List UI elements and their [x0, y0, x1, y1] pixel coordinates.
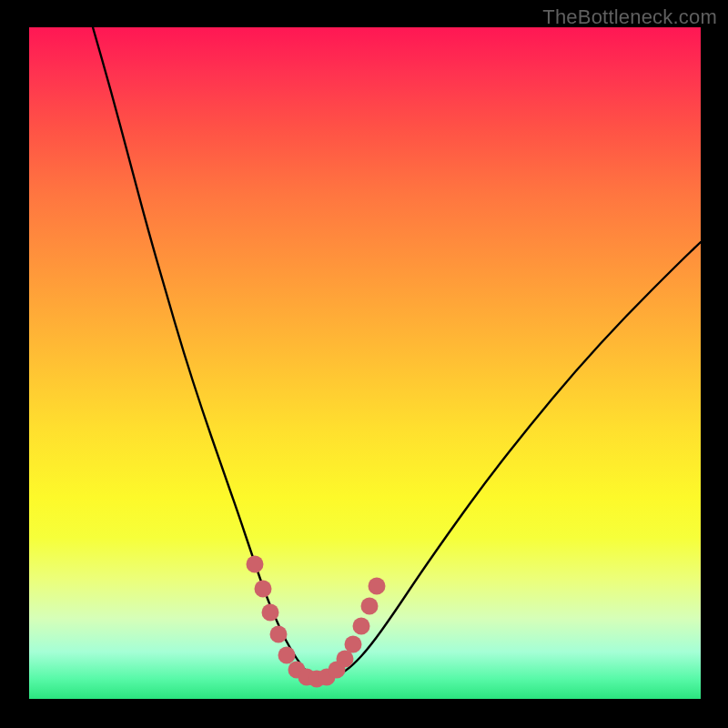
marker-dot: [361, 598, 379, 615]
marker-dot: [247, 556, 264, 573]
bottleneck-curve: [93, 27, 701, 679]
marker-dot: [353, 618, 370, 635]
marker-dot: [278, 647, 296, 664]
marker-dot: [255, 581, 272, 598]
marker-dot: [369, 578, 386, 595]
marker-dot: [262, 604, 279, 622]
marker-dot: [337, 651, 354, 668]
watermark-text: TheBottleneck.com: [542, 5, 717, 29]
highlight-dots: [247, 556, 386, 688]
marker-dot: [270, 626, 288, 643]
marker-dot: [345, 636, 362, 653]
chart-svg: [29, 27, 701, 699]
chart-area: [29, 27, 701, 699]
